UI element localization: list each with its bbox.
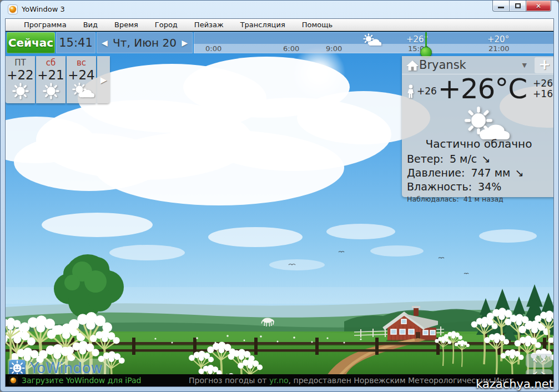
- forecast-credit: Прогноз погоды от yr.no, предоставлен Но…: [189, 376, 513, 385]
- current-temperature: +26°C: [432, 73, 532, 105]
- app-window: YoWindow 3 ✕ Программа Вид Время Город П…: [0, 0, 559, 392]
- pressure-trend-arrow: ↘: [515, 167, 523, 179]
- forecast-expand-button[interactable]: ▶: [97, 56, 110, 103]
- forecast-day-temp: +22: [6, 68, 35, 82]
- chevron-down-icon[interactable]: ▼: [522, 62, 527, 69]
- observed-row: Наблюдалась:41 м назад: [407, 195, 503, 203]
- expand-arrow-icon: ↗: [540, 357, 546, 365]
- pressure-row: Давление:747 мм↘: [407, 167, 523, 179]
- sun-cloud-icon: [360, 33, 381, 47]
- title-bar: YoWindow 3 ✕: [1, 1, 558, 18]
- collapse-arrow-icon: ↙: [532, 370, 538, 374]
- city-selector[interactable]: Bryansk ▼ +: [402, 56, 553, 74]
- city-name: Bryansk: [419, 58, 466, 72]
- observed-label: Наблюдалась:: [407, 195, 459, 203]
- client-area: Программа Вид Время Город Пейзаж Трансля…: [5, 18, 554, 387]
- observed-value: 41 м назад: [464, 195, 503, 203]
- person-icon: [406, 84, 415, 98]
- yowindow-logo-icon: [9, 360, 26, 374]
- pressure-label: Давление:: [407, 167, 465, 179]
- timeline-tick: 0:00: [205, 44, 221, 53]
- time-display[interactable]: 15:41: [56, 32, 95, 53]
- forecast-day-saturday[interactable]: сб +21: [36, 56, 66, 103]
- low-temp: +16: [533, 89, 553, 99]
- high-temp: +26: [533, 78, 553, 89]
- expand-arrow-icon: ↖: [532, 357, 538, 365]
- timeline[interactable]: 0:00 6:00 9:00 15:00 21:00 +26° +20°: [194, 32, 553, 53]
- weather-panel: Bryansk ▼ + +26 +26°C +26 +16: [402, 56, 553, 197]
- minimize-icon: [498, 7, 504, 8]
- humidity-value: 34%: [478, 180, 501, 193]
- close-button[interactable]: ✕: [526, 1, 551, 12]
- sun-cloud-icon: [452, 106, 513, 142]
- maximize-button[interactable]: [509, 1, 526, 12]
- ipad-promo-link[interactable]: Загрузите YoWindow для iPad: [22, 376, 141, 385]
- menu-bar: Программа Вид Время Город Пейзаж Трансля…: [6, 19, 553, 31]
- sun-icon: [6, 83, 35, 99]
- now-button[interactable]: Сейчас: [7, 32, 55, 53]
- yowindow-logo[interactable]: YoWindow: [8, 359, 109, 374]
- weather-scene: Сейчас 15:41 ◀ Чт, Июн 20 ▶ 0:00 6:00 9:…: [6, 32, 553, 374]
- exit-fullscreen-button[interactable]: ↙ ↘: [526, 369, 552, 374]
- humidity-row: Влажность:34%: [407, 180, 501, 193]
- timeline-tick: 6:00: [283, 44, 299, 53]
- site-watermark: kazachya.net: [476, 378, 553, 391]
- minimize-button[interactable]: [492, 1, 509, 12]
- timeline-temp-low: +20°: [487, 34, 509, 44]
- menu-help[interactable]: Помощь: [294, 19, 341, 31]
- menu-broadcast[interactable]: Трансляция: [232, 19, 294, 31]
- prev-day-arrow[interactable]: ◀: [102, 38, 108, 47]
- menu-landscape[interactable]: Пейзаж: [186, 19, 232, 31]
- forecast-day-temp: +21: [36, 68, 66, 82]
- next-day-arrow[interactable]: ▶: [182, 38, 188, 47]
- app-icon: [8, 4, 18, 14]
- forecast-day-name: сб: [36, 58, 66, 68]
- sun-cloud-icon: [67, 83, 96, 99]
- window-controls: ✕: [492, 1, 551, 12]
- wind-value: 5 м/с: [450, 153, 477, 165]
- timeline-tick: 9:00: [326, 44, 342, 53]
- forecast-day-friday[interactable]: ПТ +22: [6, 56, 35, 103]
- forecast-day-name: ПТ: [6, 58, 35, 68]
- wind-direction-arrow: ↘: [481, 153, 490, 165]
- wind-row: Ветер:5 м/с↘: [407, 153, 490, 165]
- menu-time[interactable]: Время: [106, 19, 147, 31]
- high-low-temps: +26 +16: [533, 78, 553, 99]
- sun-icon: [37, 83, 66, 99]
- forecast-day-name: вс: [67, 58, 96, 68]
- date-label[interactable]: Чт, Июн 20: [113, 36, 177, 49]
- pressure-value: 747 мм: [471, 167, 510, 179]
- yowindow-logo-text: YoWindow: [30, 360, 103, 374]
- menu-city[interactable]: Город: [147, 19, 186, 31]
- forecast-day-temp: +24: [67, 68, 96, 82]
- home-icon: [406, 59, 419, 72]
- menu-program[interactable]: Программа: [16, 19, 75, 31]
- yrno-link[interactable]: yr.no: [269, 376, 289, 385]
- wind-label: Ветер:: [407, 153, 444, 165]
- add-city-button[interactable]: +: [535, 57, 553, 73]
- date-navigator: ◀ Чт, Июн 20 ▶: [97, 32, 193, 53]
- window-title: YoWindow 3: [22, 5, 65, 13]
- status-bar: Загрузите YoWindow для iPad Прогноз пого…: [6, 374, 553, 386]
- maximize-icon: [515, 3, 521, 8]
- condition-text: Частично облачно: [402, 137, 553, 150]
- menu-view[interactable]: Вид: [75, 19, 106, 31]
- timeline-tick: 21:00: [489, 44, 509, 53]
- forecast-day-sunday[interactable]: вс +24: [67, 56, 96, 103]
- humidity-label: Влажность:: [407, 180, 472, 193]
- collapse-arrow-icon: ↘: [540, 370, 546, 374]
- credit-prefix: Прогноз погоды от: [189, 376, 269, 385]
- yowindow-app-icon: [9, 376, 18, 385]
- fullscreen-button[interactable]: ↖ ↗: [526, 354, 552, 368]
